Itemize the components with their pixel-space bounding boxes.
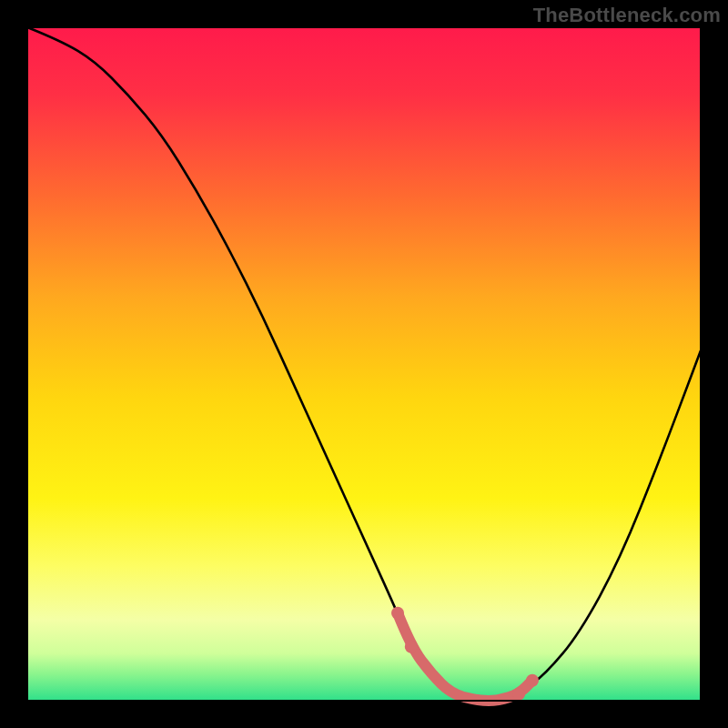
bottleneck-chart xyxy=(0,0,728,728)
watermark-text: TheBottleneck.com xyxy=(533,4,721,27)
highlight-dot xyxy=(405,641,418,653)
highlight-dot xyxy=(512,688,525,701)
chart-stage: TheBottleneck.com xyxy=(0,0,728,728)
plot-background xyxy=(27,27,701,701)
highlight-dot xyxy=(526,674,539,687)
highlight-dot xyxy=(391,607,404,620)
